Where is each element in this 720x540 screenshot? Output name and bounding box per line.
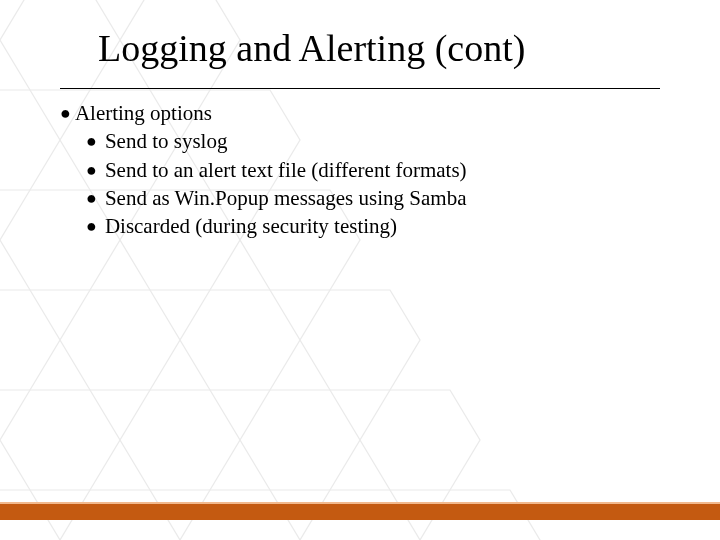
bullet-text: Send to syslog: [105, 127, 228, 155]
bullet-icon: ●: [86, 189, 97, 207]
bullet-text: Discarded (during security testing): [105, 212, 397, 240]
bullet-level2: ● Send to an alert text file (different …: [86, 156, 680, 184]
bullet-level2: ● Send as Win.Popup messages using Samba: [86, 184, 680, 212]
slide-title: Logging and Alerting (cont): [0, 0, 720, 70]
bullet-level1: ● Alerting options: [60, 99, 680, 127]
bullet-icon: ●: [86, 161, 97, 179]
slide: Logging and Alerting (cont) ● Alerting o…: [0, 0, 720, 540]
bullet-icon: ●: [60, 104, 71, 122]
bullet-text: Alerting options: [75, 99, 212, 127]
bullet-text: Send to an alert text file (different fo…: [105, 156, 467, 184]
bullet-text: Send as Win.Popup messages using Samba: [105, 184, 467, 212]
footer-accent-bar: [0, 502, 720, 520]
bullet-level2: ● Send to syslog: [86, 127, 680, 155]
bullet-level2: ● Discarded (during security testing): [86, 212, 680, 240]
slide-body: ● Alerting options ● Send to syslog ● Se…: [0, 89, 720, 241]
bullet-icon: ●: [86, 217, 97, 235]
bullet-icon: ●: [86, 132, 97, 150]
